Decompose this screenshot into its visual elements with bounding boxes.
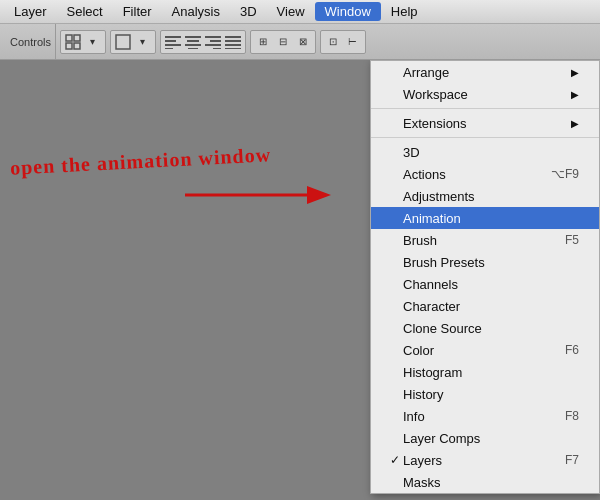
canvas-area: open the animation window Arrange▶Worksp…	[0, 60, 600, 500]
submenu-arrow-0: ▶	[571, 67, 579, 78]
dist-btn-2[interactable]: ⊟	[274, 33, 292, 51]
dropdown-item-history[interactable]: History	[371, 383, 599, 405]
dropdown-item-channels[interactable]: Channels	[371, 273, 599, 295]
dropdown-item-layers[interactable]: ✓LayersF7	[371, 449, 599, 471]
item-label-0: Arrange	[403, 65, 571, 80]
toolbar-distribute-group: ⊞ ⊟ ⊠	[250, 30, 316, 54]
svg-rect-17	[225, 36, 241, 38]
menu-filter[interactable]: Filter	[113, 2, 162, 21]
shortcut-9: F5	[565, 233, 579, 247]
item-label-3: Extensions	[403, 116, 571, 131]
checkmark-19: ✓	[387, 453, 403, 467]
shortcut-19: F7	[565, 453, 579, 467]
item-label-8: Animation	[403, 211, 579, 226]
toolbar-btn-dropdown-2[interactable]: ▾	[134, 33, 152, 51]
item-label-7: Adjustments	[403, 189, 579, 204]
dropdown-item-color[interactable]: ColorF6	[371, 339, 599, 361]
svg-rect-6	[165, 40, 176, 42]
dropdown-item-info[interactable]: InfoF8	[371, 405, 599, 427]
shortcut-6: ⌥F9	[551, 167, 579, 181]
item-label-16: History	[403, 387, 579, 402]
svg-rect-2	[66, 43, 72, 49]
item-label-20: Masks	[403, 475, 579, 490]
item-label-14: Color	[403, 343, 545, 358]
dropdown-item-masks[interactable]: Masks	[371, 471, 599, 493]
svg-rect-1	[74, 35, 80, 41]
dropdown-item-animation[interactable]: Animation	[371, 207, 599, 229]
annotation-text: open the animation window	[10, 143, 272, 180]
item-label-15: Histogram	[403, 365, 579, 380]
item-label-10: Brush Presets	[403, 255, 579, 270]
svg-rect-19	[225, 44, 241, 46]
svg-rect-7	[165, 44, 181, 46]
svg-rect-8	[165, 48, 173, 49]
extra-btn-2[interactable]: ⊢	[344, 33, 362, 51]
submenu-arrow-1: ▶	[571, 89, 579, 100]
annotation-arrow	[180, 180, 340, 210]
svg-rect-15	[205, 44, 221, 46]
align-center-btn[interactable]	[184, 33, 202, 51]
menu-help[interactable]: Help	[381, 2, 428, 21]
item-label-6: Actions	[403, 167, 531, 182]
align-right-btn[interactable]	[204, 33, 222, 51]
dropdown-item-workspace[interactable]: Workspace▶	[371, 83, 599, 105]
toolbar-btn-dropdown[interactable]: ▾	[84, 33, 102, 51]
toolbar: Controls ▾ ▾ ⊞ ⊟ ⊠ ⊡ ⊢	[0, 24, 600, 60]
dropdown-item-character[interactable]: Character	[371, 295, 599, 317]
dropdown-divider-2	[371, 108, 599, 109]
dropdown-item-adjustments[interactable]: Adjustments	[371, 185, 599, 207]
svg-rect-13	[205, 36, 221, 38]
align-justify-btn[interactable]	[224, 33, 242, 51]
dropdown-item-histogram[interactable]: Histogram	[371, 361, 599, 383]
dropdown-item-clone-source[interactable]: Clone Source	[371, 317, 599, 339]
item-label-19: Layers	[403, 453, 545, 468]
svg-rect-12	[188, 48, 198, 49]
controls-label: Controls	[6, 24, 56, 59]
item-label-17: Info	[403, 409, 545, 424]
toolbar-btn-1[interactable]	[64, 33, 82, 51]
svg-rect-3	[74, 43, 80, 49]
shortcut-14: F6	[565, 343, 579, 357]
dist-btn-3[interactable]: ⊠	[294, 33, 312, 51]
menu-layer[interactable]: Layer	[4, 2, 57, 21]
align-left-btn[interactable]	[164, 33, 182, 51]
menu-analysis[interactable]: Analysis	[162, 2, 230, 21]
dropdown-item-3d[interactable]: 3D	[371, 141, 599, 163]
menu-select[interactable]: Select	[57, 2, 113, 21]
menubar: Layer Select Filter Analysis 3D View Win…	[0, 0, 600, 24]
svg-rect-5	[165, 36, 181, 38]
dropdown-divider-4	[371, 137, 599, 138]
toolbar-group-1: ▾	[60, 30, 106, 54]
svg-rect-0	[66, 35, 72, 41]
svg-rect-11	[185, 44, 201, 46]
extra-btn-1[interactable]: ⊡	[324, 33, 342, 51]
svg-rect-18	[225, 40, 241, 42]
dropdown-item-arrange[interactable]: Arrange▶	[371, 61, 599, 83]
dropdown-item-layer-comps[interactable]: Layer Comps	[371, 427, 599, 449]
toolbar-extra-group: ⊡ ⊢	[320, 30, 366, 54]
svg-rect-9	[185, 36, 201, 38]
menu-window[interactable]: Window	[315, 2, 381, 21]
svg-rect-4	[116, 35, 130, 49]
item-label-5: 3D	[403, 145, 579, 160]
svg-rect-10	[187, 40, 199, 42]
item-label-9: Brush	[403, 233, 545, 248]
dropdown-item-actions[interactable]: Actions⌥F9	[371, 163, 599, 185]
submenu-arrow-3: ▶	[571, 118, 579, 129]
item-label-18: Layer Comps	[403, 431, 579, 446]
menu-view[interactable]: View	[267, 2, 315, 21]
dist-btn-1[interactable]: ⊞	[254, 33, 272, 51]
menu-3d[interactable]: 3D	[230, 2, 267, 21]
dropdown-item-extensions[interactable]: Extensions▶	[371, 112, 599, 134]
toolbar-group-2: ▾	[110, 30, 156, 54]
item-label-13: Clone Source	[403, 321, 579, 336]
toolbar-align-group	[160, 30, 246, 54]
toolbar-btn-2[interactable]	[114, 33, 132, 51]
window-dropdown-menu: Arrange▶Workspace▶Extensions▶3DActions⌥F…	[370, 60, 600, 494]
item-label-1: Workspace	[403, 87, 571, 102]
dropdown-item-brush[interactable]: BrushF5	[371, 229, 599, 251]
item-label-11: Channels	[403, 277, 579, 292]
svg-rect-14	[210, 40, 221, 42]
shortcut-17: F8	[565, 409, 579, 423]
dropdown-item-brush-presets[interactable]: Brush Presets	[371, 251, 599, 273]
